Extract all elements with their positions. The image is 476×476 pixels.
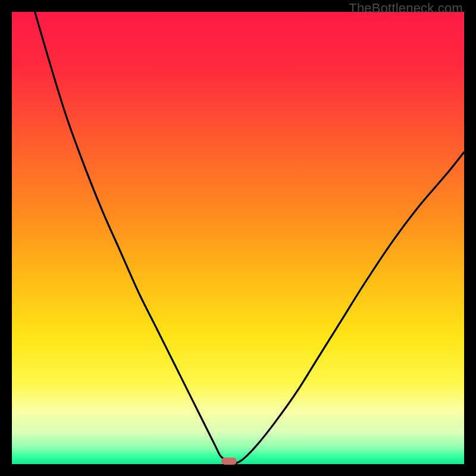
watermark-text: TheBottleneck.com (349, 1, 463, 16)
bottleneck-curve (12, 12, 464, 464)
plot-frame (12, 12, 464, 464)
optimal-marker (221, 458, 237, 465)
